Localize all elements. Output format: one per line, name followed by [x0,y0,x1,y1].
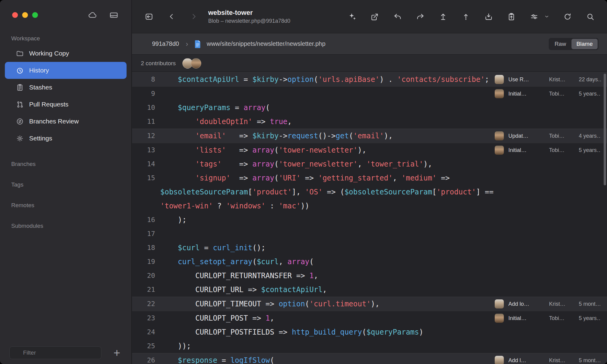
code-line: CURLOPT_POSTFIELDS => http_build_query($… [155,325,495,339]
stashes-icon [16,83,24,92]
blame-annotation[interactable]: Use R…Krist…22 days… [495,72,607,86]
folder-icon [16,49,24,58]
apply-stash-icon[interactable] [507,12,516,21]
view-switch: RawBlame [549,38,599,50]
sidebar-section-label-remotes: Remotes [11,202,131,209]
code-row-13[interactable]: 13 'lists' => array('tower-newsletter'),… [132,143,607,157]
line-number: 24 [132,325,155,339]
sidebar-item-stashes[interactable]: Stashes [5,79,127,96]
view-options-icon[interactable] [530,12,539,21]
sidebar-item-label: Branches Review [29,118,79,125]
blame-author: Tobi… [549,315,575,322]
code-row-21[interactable]: 21 CURLOPT_URL => $contactApiUrl, [132,283,607,297]
code-row-26[interactable]: 26 $response = logIfSlow(Add l…Krist…5 m… [132,353,607,364]
blame-annotation[interactable]: Updat…Tobi…4 years… [495,129,607,143]
sidebar-item-working-copy[interactable]: Working Copy [5,45,127,62]
close-button[interactable] [12,12,18,18]
sidebar-section-label-workspace: Workspace [11,35,131,42]
scrollbar[interactable] [604,73,606,363]
view-toggle-blame[interactable]: Blame [571,39,598,49]
blame-annotation[interactable]: Initial…Tobi…5 years… [495,311,607,325]
sparkles-icon[interactable] [348,12,357,21]
line-number: 23 [132,311,155,325]
blame-summary: Initial… [508,91,545,97]
avatar [495,356,504,364]
code-row-11[interactable]: 11 'doubleOptIn' => true, [132,115,607,129]
stash-icon[interactable] [484,12,493,21]
sidebar-item-history[interactable]: History [5,62,127,79]
sidebar-header [0,0,131,29]
breadcrumb-commit[interactable]: 991a78d0 [152,40,179,47]
code-line: CURLOPT_POST => 1, [155,311,495,325]
avatar [495,299,504,308]
avatar [495,146,504,155]
code-row-9[interactable]: 9 Initial…Tobi…5 years… [132,86,607,101]
minimize-button[interactable] [22,12,28,18]
sidebar-item-branches-review[interactable]: Branches Review [5,113,127,130]
search-icon[interactable] [586,12,595,21]
code-row-18[interactable]: 18 $curl = curl_init(); [132,241,607,255]
code-row-23[interactable]: 23 CURLOPT_POST => 1,Initial…Tobi…5 year… [132,311,607,325]
nav-back-icon[interactable] [168,12,176,21]
code-row-12[interactable]: 12 'email' => $kirby->request()->get('em… [132,129,607,143]
commit-icon[interactable] [461,12,470,21]
blame-summary: Initial… [508,147,545,153]
sidebar-item-settings[interactable]: Settings [5,130,127,147]
code-line: 'signup' => array('URI' => 'getting_star… [155,171,495,213]
scrollbar-thumb[interactable] [604,74,606,185]
nav-forward-icon[interactable] [190,12,198,21]
code-row-8[interactable]: 8 $contactApiUrl = $kirby->option('urls.… [132,72,607,86]
pull-icon[interactable] [393,12,402,21]
code-line: ); [155,213,495,227]
push-icon[interactable] [416,12,425,21]
sidebar-item-label: History [29,67,49,74]
blame-date: 5 mont… [579,301,601,307]
code-line: 'lists' => array('tower-newsletter'), [155,143,495,157]
sidebar-item-label: Settings [29,135,52,142]
cloud-icon[interactable] [88,10,97,20]
avatar[interactable] [191,58,201,69]
zoom-button[interactable] [32,12,38,18]
filter-input[interactable] [10,347,101,359]
open-in-working-copy-icon[interactable] [144,12,154,21]
blame-annotation[interactable]: Initial…Tobi…5 years… [495,143,607,157]
add-button[interactable]: + [114,347,120,359]
line-number: 8 [132,72,155,86]
window-subtitle: Blob – newsletter.php@991a78d0 [208,18,290,24]
code-line: $queryParams = array( [155,101,495,115]
blame-annotation[interactable]: Add lo…Krist…5 mont… [495,297,607,311]
code-row-16[interactable]: 16 ); [132,213,607,227]
line-number: 18 [132,241,155,255]
blame-view: 8 $contactApiUrl = $kirby->option('urls.… [132,72,607,364]
code-row-19[interactable]: 19 curl_setopt_array($curl, array( [132,255,607,269]
contributors-bar: 2 contributors [132,55,607,72]
code-line: 'doubleOptIn' => true, [155,115,495,129]
code-row-17[interactable]: 17 [132,227,607,241]
code-row-15[interactable]: 15 'signup' => array('URI' => 'getting_s… [132,171,607,213]
line-number: 14 [132,157,155,171]
view-toggle-raw[interactable]: Raw [550,39,571,49]
blame-annotation [495,255,607,269]
code-row-10[interactable]: 10 $queryParams = array( [132,101,607,115]
line-number: 22 [132,297,155,311]
filter-field[interactable] [9,346,101,359]
code-row-14[interactable]: 14 'tags' => array('tower_newsletter', '… [132,157,607,171]
checkout-icon[interactable] [439,12,448,21]
refresh-icon[interactable] [563,12,572,21]
chevron-down-icon[interactable] [544,14,549,19]
blame-annotation[interactable]: Add l…Krist…5 mont… [495,353,607,364]
code-row-25[interactable]: 25 )); [132,339,607,353]
pull-requests-icon [16,100,24,109]
sidebar-item-pull-requests[interactable]: Pull Requests [5,96,127,113]
code-row-22[interactable]: 22 CURLOPT_TIMEOUT => option('curl.timeo… [132,297,607,311]
drive-icon[interactable] [109,10,119,20]
code-row-20[interactable]: 20 CURLOPT_RETURNTRANSFER => 1, [132,269,607,283]
blame-annotation [495,227,607,241]
blame-annotation[interactable]: Initial…Tobi…5 years… [495,87,607,101]
line-number: 9 [132,87,155,101]
blame-annotation [495,339,607,353]
code-row-24[interactable]: 24 CURLOPT_POSTFIELDS => http_build_quer… [132,325,607,339]
share-icon[interactable] [370,12,379,21]
blame-annotation [495,241,607,255]
contributors-label: 2 contributors [141,60,176,67]
